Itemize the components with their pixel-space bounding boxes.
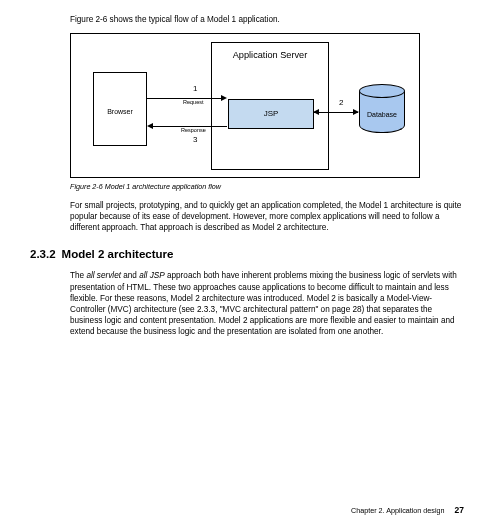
footer-chapter: Chapter 2. Application design: [351, 506, 445, 515]
paragraph-model2: The all servlet and all JSP approach bot…: [70, 270, 464, 336]
jsp-box: JSP: [228, 99, 314, 129]
request-label: Request: [183, 99, 204, 106]
figure-2-6: Browser Application Server JSP Database …: [70, 33, 420, 178]
section-title: Model 2 architecture: [62, 248, 174, 260]
arrowhead-response: [147, 123, 153, 129]
response-label: Response: [181, 127, 206, 134]
page: Figure 2-6 shows the typical flow of a M…: [0, 0, 500, 337]
browser-box: Browser: [93, 72, 147, 146]
arrowhead-db-l: [313, 109, 319, 115]
page-footer: Chapter 2. Application design 27: [351, 505, 464, 515]
intro-text: Figure 2-6 shows the typical flow of a M…: [70, 14, 464, 25]
arrowhead-request: [221, 95, 227, 101]
figure-caption-rest: Model 1 architecture application flow: [103, 182, 221, 191]
flow-label-3: 3: [193, 135, 197, 146]
figure-caption-prefix: Figure 2-6: [70, 182, 103, 191]
figure-caption: Figure 2-6 Model 1 architecture applicat…: [70, 182, 464, 192]
flow-label-2: 2: [339, 98, 343, 109]
flow-label-1: 1: [193, 84, 197, 95]
database-label: Database: [359, 110, 405, 119]
section-number: 2.3.2: [30, 248, 56, 260]
footer-page-number: 27: [455, 505, 464, 515]
p2-b: and: [121, 271, 139, 280]
p2-a: The: [70, 271, 86, 280]
paragraph-model1: For small projects, prototyping, and to …: [70, 200, 464, 233]
arrow-db: [314, 112, 358, 113]
application-server-label: Application Server: [212, 49, 328, 61]
application-server-box: Application Server JSP: [211, 42, 329, 170]
database-cylinder: Database: [359, 84, 405, 132]
p2-ital-allservlet: all servlet: [86, 271, 121, 280]
section-heading-2-3-2: 2.3.2Model 2 architecture: [30, 247, 464, 263]
p2-ital-alljsp: all JSP: [139, 271, 164, 280]
p2-c: approach both have inherent problems mix…: [70, 271, 457, 335]
